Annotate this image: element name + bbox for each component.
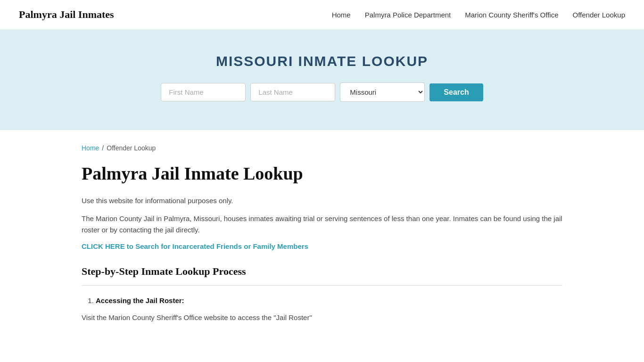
- breadcrumb-separator: /: [102, 144, 104, 152]
- state-select[interactable]: Missouri Alabama Alaska Arizona Arkansas…: [340, 82, 425, 102]
- bottom-paragraph: Visit the Marion County Sheriff's Office…: [82, 312, 562, 323]
- body-paragraph-2: The Marion County Jail in Palmyra, Misso…: [82, 213, 562, 236]
- search-button[interactable]: Search: [429, 83, 483, 101]
- hero-banner: MISSOURI INMATE LOOKUP Missouri Alabama …: [0, 30, 644, 130]
- nav-sheriff[interactable]: Marion County Sheriff's Office: [465, 11, 558, 19]
- search-form: Missouri Alabama Alaska Arizona Arkansas…: [9, 82, 635, 102]
- hero-title: MISSOURI INMATE LOOKUP: [9, 53, 635, 69]
- breadcrumb-home[interactable]: Home: [82, 144, 99, 152]
- nav-police[interactable]: Palmyra Police Department: [365, 11, 451, 19]
- page-title: Palmyra Jail Inmate Lookup: [82, 163, 562, 184]
- breadcrumb: Home / Offender Lookup: [82, 144, 562, 152]
- nav-home[interactable]: Home: [332, 11, 351, 19]
- nav-offender[interactable]: Offender Lookup: [573, 11, 625, 19]
- first-name-input[interactable]: [161, 83, 246, 101]
- cta-link[interactable]: CLICK HERE to Search for Incarcerated Fr…: [82, 242, 308, 250]
- divider: [82, 285, 562, 286]
- last-name-input[interactable]: [250, 83, 335, 101]
- site-header: Palmyra Jail Inmates Home Palmyra Police…: [0, 0, 644, 30]
- body-paragraph-1: Use this website for informational purpo…: [82, 195, 562, 206]
- site-logo: Palmyra Jail Inmates: [19, 8, 114, 21]
- steps-list: Accessing the Jail Roster:: [82, 295, 562, 306]
- breadcrumb-current: Offender Lookup: [107, 144, 156, 152]
- list-item-1-title: Accessing the Jail Roster:: [96, 296, 184, 304]
- list-item-1: Accessing the Jail Roster:: [96, 295, 562, 306]
- section-heading: Step-by-Step Inmate Lookup Process: [82, 265, 562, 278]
- main-content: Home / Offender Lookup Palmyra Jail Inma…: [63, 130, 581, 352]
- site-nav: Home Palmyra Police Department Marion Co…: [332, 11, 625, 19]
